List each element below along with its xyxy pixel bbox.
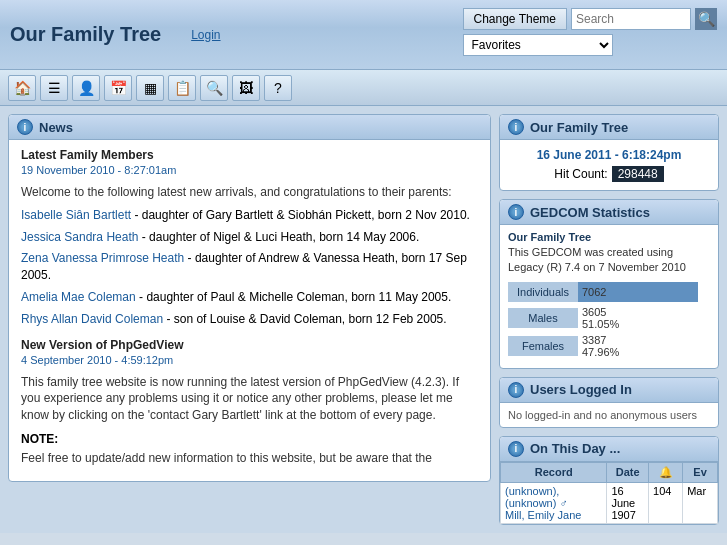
news-section-header: i News [9, 115, 490, 140]
stat-value-individuals: 7062 [582, 286, 606, 298]
left-panel: i News Latest Family Members 19 November… [8, 114, 491, 525]
on-this-day-icon: i [508, 441, 524, 457]
search-toolbar-btn[interactable]: 🔍 [200, 75, 228, 101]
otd-col-bell: 🔔 [649, 462, 683, 482]
users-message: No logged-in and no anonymous users [508, 409, 697, 421]
news-entry-5: Rhys Allan David Coleman - son of Louise… [21, 311, 478, 328]
news-entry-5-rest: - son of Louise & David Coleman, born 12… [166, 312, 446, 326]
calendar-toolbar-btn[interactable]: 📅 [104, 75, 132, 101]
site-title: Our Family Tree [10, 23, 161, 46]
gedcom-header: i GEDCOM Statistics [500, 200, 718, 225]
otd-record: (unknown), (unknown) ♂ Mill, Emily Jane [501, 482, 607, 523]
hit-count-value: 298448 [612, 166, 664, 182]
latest-date: 19 November 2010 - 8:27:01am [21, 164, 478, 176]
news-entry-1: Isabelle Siân Bartlett - daughter of Gar… [21, 207, 478, 224]
stat-info-males: 3605 51.05% [582, 306, 619, 330]
users-header: i Users Logged In [500, 378, 718, 403]
stat-info-females: 3387 47.96% [582, 334, 619, 358]
users-title: Users Logged In [530, 382, 632, 397]
gedcom-family-title: Our Family Tree [508, 231, 710, 243]
news-entry-1-rest: - daughter of Gary Bartlett & Siobhán Pi… [134, 208, 470, 222]
gedcom-box: i GEDCOM Statistics Our Family Tree This… [499, 199, 719, 369]
home-toolbar-btn[interactable]: 🏠 [8, 75, 36, 101]
otd-record-link2[interactable]: (unknown) ♂ [505, 497, 568, 509]
list-toolbar-btn[interactable]: ☰ [40, 75, 68, 101]
news-section-icon: i [17, 119, 33, 135]
search-row: Change Theme 🔍 [463, 8, 718, 30]
stat-label-individuals: Individuals [508, 282, 578, 302]
hit-count-label: Hit Count: [554, 167, 607, 181]
stat-row-females: Females 3387 47.96% [508, 334, 710, 358]
search-input[interactable] [571, 8, 691, 30]
on-this-day-box: i On This Day ... Record Date 🔔 Ev [499, 436, 719, 525]
news-section: i News Latest Family Members 19 November… [8, 114, 491, 482]
header-right: Change Theme 🔍 Favorites [463, 8, 718, 56]
stat-pct-females: 47.96% [582, 346, 619, 358]
copy-toolbar-btn[interactable]: 📋 [168, 75, 196, 101]
news-entry-2-rest: - daughter of Nigel & Luci Heath, born 1… [142, 230, 420, 244]
main-content: i News Latest Family Members 19 November… [0, 106, 727, 533]
news-link-3[interactable]: Zena Vanessa Primrose Heath [21, 251, 184, 265]
family-tree-date: 16 June 2011 - 6:18:24pm [508, 148, 710, 162]
table-toolbar-btn[interactable]: ▦ [136, 75, 164, 101]
search-submit-button[interactable]: 🔍 [695, 8, 717, 30]
new-version-title: New Version of PhpGedView [21, 338, 478, 352]
otd-event: Mar [683, 482, 718, 523]
stat-value-females: 3387 [582, 334, 619, 346]
otd-col-date: Date [607, 462, 649, 482]
login-link[interactable]: Login [191, 28, 220, 42]
news-link-5[interactable]: Rhys Allan David Coleman [21, 312, 163, 326]
family-tree-hitcount: Hit Count: 298448 [508, 166, 710, 182]
stat-row-males: Males 3605 51.05% [508, 306, 710, 330]
gedcom-desc: This GEDCOM was created using Legacy (R)… [508, 245, 710, 276]
news-link-2[interactable]: Jessica Sandra Heath [21, 230, 138, 244]
latest-title: Latest Family Members [21, 148, 478, 162]
family-tree-box: i Our Family Tree 16 June 2011 - 6:18:24… [499, 114, 719, 191]
favorites-row: Favorites [463, 34, 718, 56]
stat-bar-individuals: 7062 [578, 282, 698, 302]
otd-col-record: Record [501, 462, 607, 482]
new-version-date: 4 September 2010 - 4:59:12pm [21, 354, 478, 366]
person-toolbar-btn[interactable]: 👤 [72, 75, 100, 101]
otd-col-event: Ev [683, 462, 718, 482]
right-panel: i Our Family Tree 16 June 2011 - 6:18:24… [499, 114, 719, 525]
news-entry-2: Jessica Sandra Heath - daughter of Nigel… [21, 229, 478, 246]
on-this-day-content: Record Date 🔔 Ev (unknown), (unknown) ♂ … [500, 462, 718, 524]
otd-bell-val: 104 [649, 482, 683, 523]
users-content: No logged-in and no anonymous users [500, 403, 718, 427]
news-content: Latest Family Members 19 November 2010 -… [9, 140, 490, 481]
welcome-text: Welcome to the following latest new arri… [21, 184, 478, 201]
family-tree-title: Our Family Tree [530, 120, 628, 135]
otd-header-row: Record Date 🔔 Ev [501, 462, 718, 482]
new-version-text: This family tree website is now running … [21, 374, 478, 424]
news-entry-4: Amelia Mae Coleman - daughter of Paul & … [21, 289, 478, 306]
favorites-select[interactable]: Favorites [463, 34, 613, 56]
news-entry-4-rest: - daughter of Paul & Michelle Coleman, b… [139, 290, 451, 304]
news-link-4[interactable]: Amelia Mae Coleman [21, 290, 136, 304]
help-toolbar-btn[interactable]: ? [264, 75, 292, 101]
note-text: Feel free to update/add new information … [21, 450, 478, 467]
note-label: NOTE: [21, 432, 478, 446]
otd-record-link3[interactable]: Mill, Emily Jane [505, 509, 581, 521]
users-box: i Users Logged In No logged-in and no an… [499, 377, 719, 428]
news-entry-3: Zena Vanessa Primrose Heath - daughter o… [21, 250, 478, 284]
change-theme-button[interactable]: Change Theme [463, 8, 568, 30]
family-tree-header: i Our Family Tree [500, 115, 718, 140]
stat-label-females: Females [508, 336, 578, 356]
gedcom-icon: i [508, 204, 524, 220]
family-tree-content: 16 June 2011 - 6:18:24pm Hit Count: 2984… [500, 140, 718, 190]
news-section-title: News [39, 120, 73, 135]
stat-value-males: 3605 [582, 306, 619, 318]
otd-record-link[interactable]: (unknown), [505, 485, 559, 497]
on-this-day-header: i On This Day ... [500, 437, 718, 462]
family-tree-icon: i [508, 119, 524, 135]
news-link-1[interactable]: Isabelle Siân Bartlett [21, 208, 131, 222]
gedcom-title: GEDCOM Statistics [530, 205, 650, 220]
on-this-day-title: On This Day ... [530, 441, 620, 456]
on-this-day-table: Record Date 🔔 Ev (unknown), (unknown) ♂ … [500, 462, 718, 524]
stat-label-males: Males [508, 308, 578, 328]
stat-row-individuals: Individuals 7062 [508, 282, 710, 302]
otd-date: 16June1907 [607, 482, 649, 523]
gedcom-content: Our Family Tree This GEDCOM was created … [500, 225, 718, 368]
media-toolbar-btn[interactable]: 🖼 [232, 75, 260, 101]
